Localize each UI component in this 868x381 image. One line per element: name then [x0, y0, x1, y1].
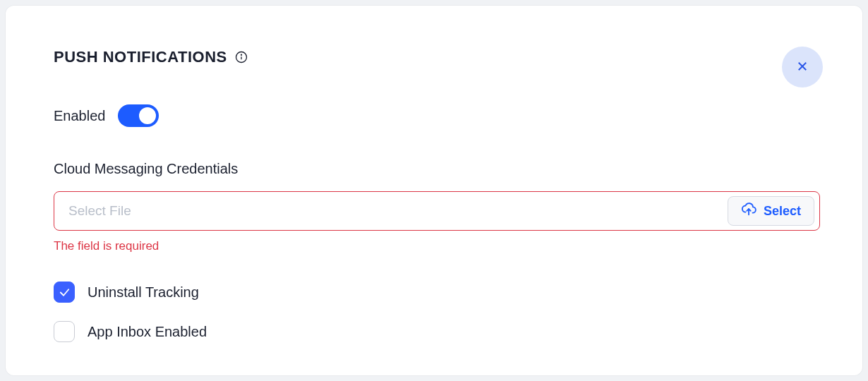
- uninstall-tracking-checkbox[interactable]: [54, 282, 75, 303]
- enabled-row: Enabled: [54, 104, 820, 127]
- upload-cloud-icon: [741, 202, 757, 221]
- info-icon[interactable]: [234, 50, 248, 64]
- select-file-button[interactable]: Select: [728, 196, 814, 226]
- uninstall-tracking-label[interactable]: Uninstall Tracking: [88, 284, 199, 301]
- enabled-toggle[interactable]: [118, 104, 159, 127]
- close-icon: [796, 60, 809, 75]
- push-notifications-card: PUSH NOTIFICATIONS Enabled Cloud Messagi…: [6, 6, 862, 375]
- uninstall-tracking-row: Uninstall Tracking: [54, 282, 820, 303]
- section-title: PUSH NOTIFICATIONS: [54, 48, 227, 66]
- credentials-label: Cloud Messaging Credentials: [54, 161, 820, 177]
- select-file-button-label: Select: [764, 204, 801, 219]
- section-header: PUSH NOTIFICATIONS: [54, 48, 820, 66]
- app-inbox-label[interactable]: App Inbox Enabled: [88, 324, 207, 340]
- enabled-label: Enabled: [54, 108, 105, 124]
- file-input-group: Select: [54, 191, 820, 231]
- credentials-error-text: The field is required: [54, 239, 820, 253]
- app-inbox-checkbox[interactable]: [54, 321, 75, 342]
- credentials-file-input[interactable]: [54, 191, 820, 231]
- svg-point-4: [241, 54, 241, 55]
- app-inbox-row: App Inbox Enabled: [54, 321, 820, 342]
- close-button[interactable]: [782, 47, 823, 87]
